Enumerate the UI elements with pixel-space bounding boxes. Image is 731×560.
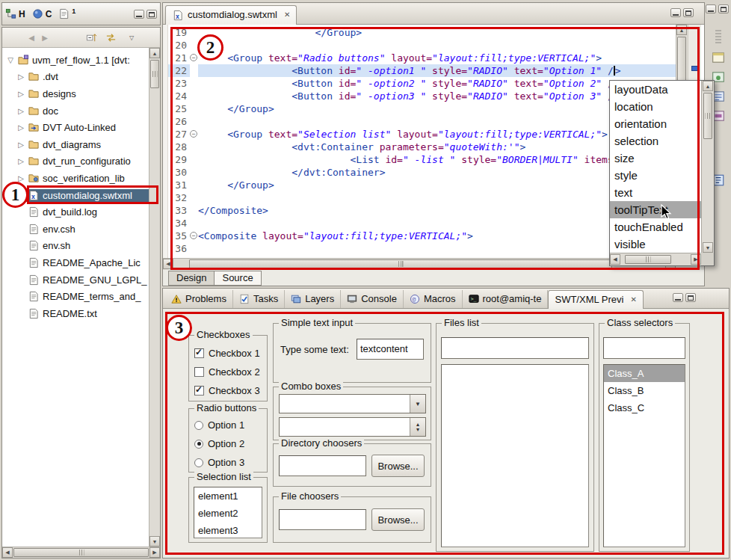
combo-arrow-icon[interactable]: ▼ (410, 395, 425, 413)
scroll-left-icon[interactable]: ◀ (610, 254, 620, 265)
autocomplete-item-tooltiptext[interactable]: toolTipText (610, 201, 701, 218)
minimize-icon[interactable] (134, 10, 144, 19)
scrollbar-thumb[interactable] (703, 93, 712, 139)
scroll-right-icon[interactable]: ▶ (149, 547, 160, 558)
tree-item-dvt-diagrams[interactable]: ▷dvt_diagrams (2, 136, 149, 153)
scroll-down-icon[interactable]: ▼ (149, 536, 160, 547)
list-item-class-a[interactable]: Class_A (604, 365, 685, 382)
list-item-element3[interactable]: element3 (194, 522, 262, 538)
checkbox-checkbox-2[interactable]: Checkbox 2 (189, 363, 267, 381)
scrollbar-thumb[interactable] (13, 548, 149, 557)
autocomplete-item-text[interactable]: text (610, 184, 701, 201)
selection-listbox[interactable]: element1element2element3 (194, 487, 262, 538)
editor-horizontal-scrollbar[interactable]: ◀ ▶ (163, 258, 676, 270)
minimize-icon[interactable] (673, 293, 683, 302)
tab-root-amiq-te[interactable]: >_root@amiq-te (463, 290, 549, 308)
tree-item-uvm-ref-flow-1-1-dvt[interactable]: ▽uvm_ref_flow_1.1 [dvt: (2, 52, 149, 69)
autocomplete-item-layoutdata[interactable]: layoutData (610, 81, 701, 98)
directory-field[interactable] (279, 455, 366, 476)
view-menu-icon[interactable]: ▽ (125, 31, 138, 44)
tab-design[interactable]: Design (168, 271, 215, 286)
spinner-down-icon[interactable]: ▾ (416, 427, 419, 432)
scrollbar-thumb[interactable] (150, 60, 159, 88)
tab-source[interactable]: Source (215, 271, 261, 286)
radio-option-3[interactable]: Option 3 (189, 453, 267, 472)
tree-collapsed-icon[interactable]: ▷ (16, 90, 26, 98)
tree-item-soc-verification-lib[interactable]: ▷soc_verification_lib (2, 170, 149, 187)
scroll-down-icon[interactable]: ▼ (703, 242, 713, 253)
tree-item-dvt-run-configuratio[interactable]: ▷dvt_run_configuratio (2, 153, 149, 170)
scroll-right-icon[interactable]: ▶ (691, 254, 701, 265)
tree-item-dvt-build-log[interactable]: dvt_build.log (2, 203, 149, 221)
tab-swt-xml-previ[interactable]: SWT/XML Previ✕ (548, 290, 643, 309)
autocomplete-item-size[interactable]: size (610, 150, 701, 167)
tree-expanded-icon[interactable]: ▽ (5, 56, 16, 64)
tree-item-readme-terms-and[interactable]: README_terms_and_ (2, 288, 149, 305)
tree-item-env-csh[interactable]: env.csh (2, 221, 149, 238)
tree-item-readme-apache-lic[interactable]: README_Apache_Lic (2, 254, 149, 271)
files-field[interactable] (441, 337, 589, 359)
files-listbox[interactable] (441, 364, 589, 547)
minimized-view-c[interactable]: C (32, 8, 52, 19)
tree-item-readme-gnu-lgpl[interactable]: README_GNU_LGPL_ (2, 271, 149, 289)
autocomplete-item-style[interactable]: style (610, 167, 701, 184)
tree-collapsed-icon[interactable]: ▷ (16, 174, 26, 182)
fastview-grip[interactable] (715, 28, 721, 43)
checkbox-checkbox-3[interactable]: ✓Checkbox 3 (189, 381, 267, 400)
tree-item-designs[interactable]: ▷designs (2, 85, 149, 102)
popup-vertical-scrollbar[interactable]: ▲ ▼ (701, 81, 714, 253)
scroll-up-icon[interactable]: ▲ (676, 25, 687, 35)
tab-customdialog-swtxml[interactable]: x customdialog.swtxml ✕ (165, 5, 297, 25)
scroll-left-icon[interactable]: ◀ (163, 259, 173, 269)
code-content[interactable]: </Group> <Group text="Radio buttons" lay… (198, 25, 676, 258)
radio-option-2[interactable]: Option 2 (189, 434, 267, 453)
fastview-icon-1[interactable] (710, 51, 727, 66)
minimized-view-1[interactable]: 1 (58, 8, 75, 19)
tab-layers[interactable]: Layers (285, 290, 341, 308)
file-field[interactable] (279, 509, 366, 530)
tree-collapsed-icon[interactable]: ▷ (16, 123, 26, 132)
minimize-icon[interactable] (706, 4, 716, 13)
tree-collapsed-icon[interactable]: ▷ (16, 141, 26, 149)
tab-problems[interactable]: Problems (165, 290, 233, 308)
list-item-element2[interactable]: element2 (194, 505, 262, 522)
tree-item-dvt[interactable]: ▷.dvt (2, 69, 149, 86)
overview-marker[interactable] (691, 66, 698, 71)
autocomplete-item-location[interactable]: location (610, 98, 701, 115)
autocomplete-item-touchenabled[interactable]: touchEnabled (610, 218, 701, 236)
explorer-horizontal-scrollbar[interactable]: ◀ ▶ (2, 547, 160, 558)
maximize-icon[interactable] (683, 8, 694, 17)
tree-item-readme-txt[interactable]: README.txt (2, 305, 149, 322)
minimized-view-h[interactable]: H (5, 8, 25, 19)
scroll-up-icon[interactable]: ▲ (703, 81, 713, 91)
link-with-editor-icon[interactable] (104, 31, 117, 44)
scrollbar-thumb[interactable] (189, 259, 612, 268)
list-item-class-c[interactable]: Class_C (604, 399, 685, 416)
text-input-field[interactable]: textcontent (357, 339, 424, 360)
list-item-class-b[interactable]: Class_B (604, 382, 685, 399)
scroll-left-icon[interactable]: ◀ (2, 547, 13, 558)
tab-console[interactable]: Console (341, 290, 404, 308)
scroll-up-icon[interactable]: ▲ (149, 48, 160, 58)
autocomplete-item-orientation[interactable]: orientation (610, 115, 701, 132)
autocomplete-item-selection[interactable]: selection (610, 132, 701, 150)
class-filter-field[interactable] (603, 337, 685, 359)
back-icon[interactable]: ◀ (25, 31, 38, 44)
tab-tasks[interactable]: Tasks (233, 290, 285, 308)
popup-horizontal-scrollbar[interactable]: ◀ ▶ (610, 253, 701, 265)
maximize-icon[interactable] (146, 10, 157, 19)
maximize-icon[interactable] (718, 4, 729, 13)
spinner-arrows-icon[interactable]: ▴▾ (410, 418, 425, 436)
class-listbox[interactable]: Class_AClass_BClass_C (603, 364, 685, 547)
fold-collapse-icon[interactable]: − (190, 232, 197, 239)
directory-browse-button[interactable]: Browse... (371, 455, 425, 477)
forward-icon[interactable]: ▶ (38, 31, 52, 44)
file-browse-button[interactable]: Browse... (371, 508, 425, 531)
collapse-all-icon[interactable] (84, 31, 98, 44)
tree-collapsed-icon[interactable]: ▷ (16, 73, 26, 81)
radio-option-1[interactable]: Option 1 (189, 416, 267, 434)
tab-macros[interactable]: @Macros (404, 290, 463, 308)
autocomplete-item-visible[interactable]: visible (610, 236, 701, 253)
tree-item-customdialog-swtxml[interactable]: xcustomdialog.swtxml (2, 187, 149, 204)
combo-box-2[interactable]: ▴▾ (279, 417, 426, 437)
